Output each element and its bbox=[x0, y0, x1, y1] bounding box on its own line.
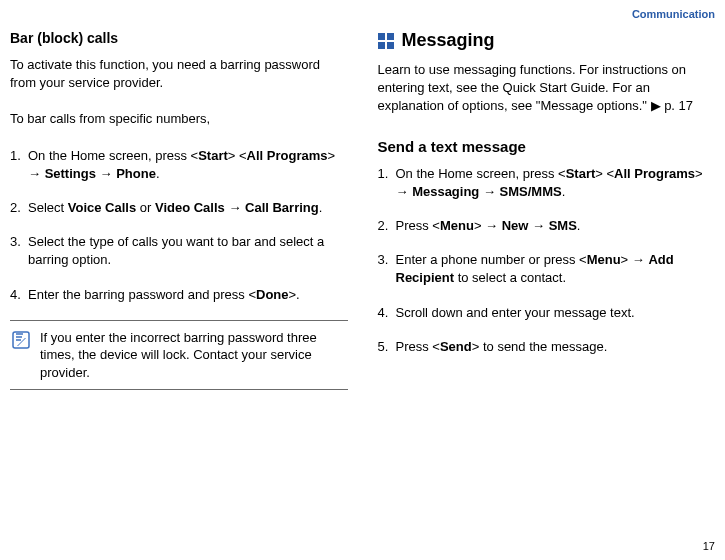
right-step-4: Scroll down and enter your message text. bbox=[378, 304, 716, 322]
left-step-3: Select the type of calls you want to bar… bbox=[10, 233, 348, 269]
t: . bbox=[156, 166, 160, 181]
left-intro: To activate this function, you need a ba… bbox=[10, 56, 348, 92]
left-step-2: Select Voice Calls or Video Calls → Call… bbox=[10, 199, 348, 217]
t: p. 17 bbox=[661, 98, 694, 113]
t: > < bbox=[595, 166, 614, 181]
t: Menu bbox=[587, 252, 621, 267]
t: Enter a phone number or press < bbox=[396, 252, 587, 267]
t: > < bbox=[228, 148, 247, 163]
t: >. bbox=[289, 287, 300, 302]
right-steps: On the Home screen, press <Start> <All P… bbox=[378, 165, 716, 356]
page-ref-arrow-icon: ▶ bbox=[651, 97, 661, 115]
t: > to send the message. bbox=[472, 339, 608, 354]
note-icon bbox=[12, 331, 30, 354]
header-section-label: Communication bbox=[632, 8, 715, 20]
t: → bbox=[479, 184, 499, 199]
right-heading: Messaging bbox=[378, 30, 716, 51]
t: > → bbox=[474, 218, 502, 233]
t: On the Home screen, press < bbox=[28, 148, 198, 163]
right-step-5: Press <Send> to send the message. bbox=[378, 338, 716, 356]
t: Video Calls bbox=[155, 200, 225, 215]
t: Settings bbox=[45, 166, 96, 181]
note-text: If you enter the incorrect barring passw… bbox=[40, 329, 340, 382]
t: to select a contact. bbox=[454, 270, 566, 285]
t: Learn to use messaging functions. For in… bbox=[378, 62, 687, 113]
left-step-1: On the Home screen, press <Start> <All P… bbox=[10, 147, 348, 183]
left-column: Bar (block) calls To activate this funct… bbox=[10, 30, 348, 390]
t: New bbox=[502, 218, 529, 233]
right-subheading: Send a text message bbox=[378, 138, 716, 155]
t: . bbox=[319, 200, 323, 215]
t: Send bbox=[440, 339, 472, 354]
right-intro: Learn to use messaging functions. For in… bbox=[378, 61, 716, 116]
right-column: Messaging Learn to use messaging functio… bbox=[378, 30, 716, 390]
t: Press < bbox=[396, 339, 440, 354]
t: Menu bbox=[440, 218, 474, 233]
t: On the Home screen, press < bbox=[396, 166, 566, 181]
t: Select bbox=[28, 200, 68, 215]
right-step-1: On the Home screen, press <Start> <All P… bbox=[378, 165, 716, 201]
t: All Programs bbox=[614, 166, 695, 181]
messaging-grid-icon bbox=[378, 33, 394, 49]
left-step-4: Enter the barring password and press <Do… bbox=[10, 286, 348, 304]
t: Call Barring bbox=[245, 200, 319, 215]
right-step-2: Press <Menu> → New → SMS. bbox=[378, 217, 716, 235]
t: SMS/MMS bbox=[500, 184, 562, 199]
t: → bbox=[225, 200, 245, 215]
right-heading-text: Messaging bbox=[402, 30, 495, 51]
t: Voice Calls bbox=[68, 200, 136, 215]
page-content: Bar (block) calls To activate this funct… bbox=[0, 0, 725, 390]
t: Start bbox=[198, 148, 228, 163]
t: All Programs bbox=[247, 148, 328, 163]
t: → bbox=[528, 218, 548, 233]
left-heading: Bar (block) calls bbox=[10, 30, 348, 46]
right-step-3: Enter a phone number or press <Menu> → A… bbox=[378, 251, 716, 287]
page-number: 17 bbox=[703, 540, 715, 552]
t: > → bbox=[621, 252, 649, 267]
note-box: If you enter the incorrect barring passw… bbox=[10, 320, 348, 391]
t: SMS bbox=[549, 218, 577, 233]
t: → bbox=[96, 166, 116, 181]
t: Enter the barring password and press < bbox=[28, 287, 256, 302]
t: Start bbox=[566, 166, 596, 181]
left-lead: To bar calls from specific numbers, bbox=[10, 110, 348, 128]
t: or bbox=[136, 200, 155, 215]
t: Done bbox=[256, 287, 289, 302]
t: Press < bbox=[396, 218, 440, 233]
t: . bbox=[577, 218, 581, 233]
t: . bbox=[562, 184, 566, 199]
t: Messaging bbox=[412, 184, 479, 199]
t: Phone bbox=[116, 166, 156, 181]
left-steps: On the Home screen, press <Start> <All P… bbox=[10, 147, 348, 304]
